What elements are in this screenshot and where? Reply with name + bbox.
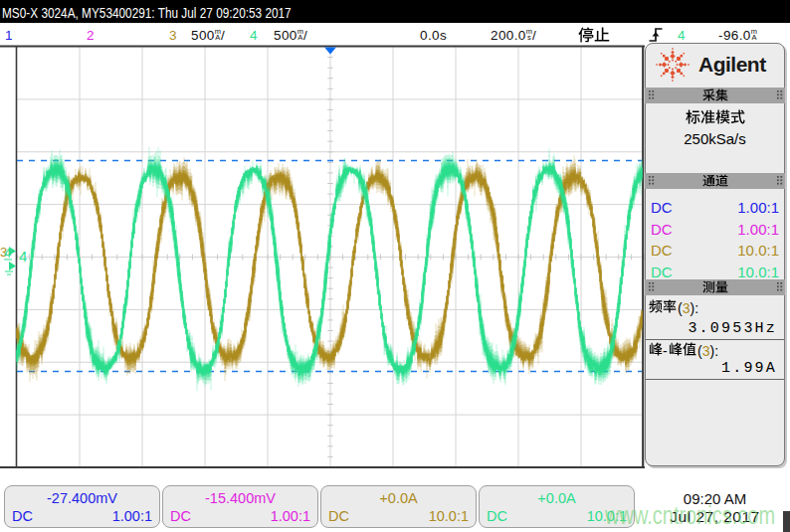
svg-text:4: 4 — [19, 248, 27, 265]
